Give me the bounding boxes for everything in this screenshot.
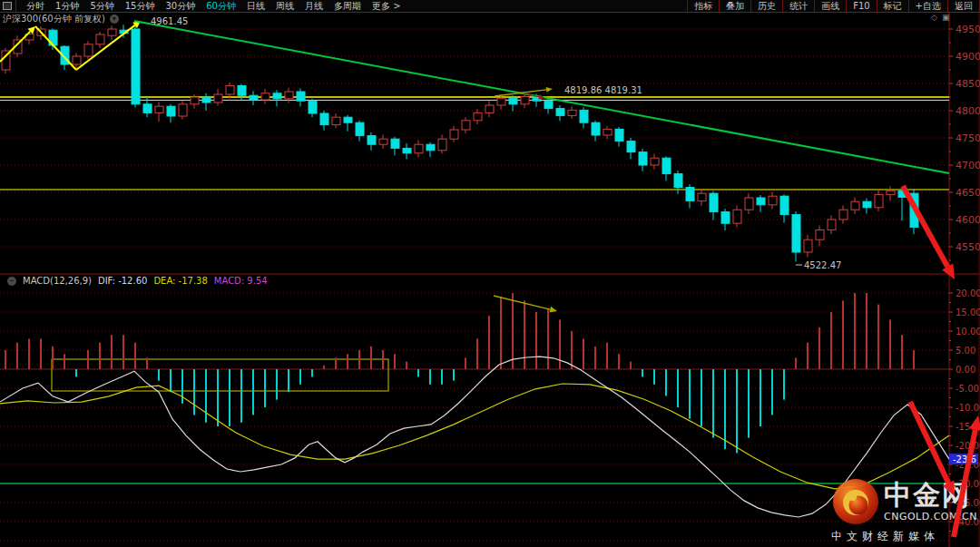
- panel-frame: [0, 0, 980, 547]
- diamond-icon[interactable]: ◇: [931, 13, 937, 22]
- svg-text:4819.86 4819.31: 4819.86 4819.31: [564, 85, 642, 95]
- period-tab[interactable]: 更多 >: [367, 0, 407, 12]
- corner-icons: ◇▣: [931, 13, 949, 22]
- svg-text:-15.00: -15.00: [956, 422, 980, 432]
- axis-badge: -23.6: [949, 454, 978, 464]
- period-tab[interactable]: 5分钟: [84, 0, 119, 12]
- dea-value: DEA: -17.38: [153, 276, 207, 286]
- period-tab[interactable]: 月线: [299, 0, 328, 12]
- svg-text:4650: 4650: [956, 187, 980, 199]
- collapse-icon[interactable]: −: [7, 277, 16, 286]
- dea-line: [0, 384, 949, 489]
- macd-params-label: MACD(12,26,9): [23, 276, 92, 286]
- macd-value: MACD: 9.54: [214, 276, 268, 286]
- cngold-logo-icon: [831, 477, 880, 526]
- svg-text:15.00: 15.00: [956, 308, 980, 317]
- tool-buttons: 指标叠加历史统计画线F10标记+自选返回: [687, 0, 980, 12]
- svg-text:4600: 4600: [956, 214, 980, 226]
- watermark-url: CNGOLD.COM.CN: [884, 511, 977, 523]
- watermark-title: 中金网: [884, 481, 977, 510]
- period-tab[interactable]: 60分钟: [201, 0, 241, 12]
- period-tab[interactable]: 15分钟: [120, 0, 161, 12]
- svg-text:20.00: 20.00: [956, 288, 980, 298]
- svg-text:10.00: 10.00: [956, 327, 980, 337]
- trading-app-window: 49504900485048004750470046504600455020.0…: [0, 0, 980, 547]
- period-tab[interactable]: 日线: [241, 0, 270, 12]
- svg-text:-20.00: -20.00: [956, 441, 980, 451]
- symbol-selector[interactable]: 沪深300(60分钟 前复权) ▾: [3, 13, 119, 25]
- svg-text:4550: 4550: [956, 241, 980, 253]
- svg-text:4900: 4900: [956, 51, 980, 63]
- alert-lines[interactable]: [0, 97, 949, 484]
- svg-text:5.00: 5.00: [956, 346, 975, 356]
- dif-line: [0, 357, 949, 517]
- layout-icon[interactable]: ▣: [942, 13, 950, 22]
- watermark: 中金网 CNGOLD.COM.CN 中文财经新媒体: [831, 477, 980, 544]
- svg-text:4750: 4750: [956, 132, 980, 144]
- period-tabs: 分时1分钟5分钟15分钟30分钟60分钟日线周线月线多周期更多 >: [0, 0, 407, 12]
- yellow-box-drawing[interactable]: [52, 359, 388, 391]
- watermark-subtitle: 中文财经新媒体: [831, 529, 980, 544]
- svg-text:4522.47: 4522.47: [804, 260, 841, 270]
- svg-text:4700: 4700: [956, 160, 980, 171]
- period-tab[interactable]: 分时: [21, 0, 50, 12]
- svg-text:-5.00: -5.00: [956, 384, 979, 394]
- dif-value: DIF: -12.60: [98, 276, 147, 286]
- svg-text:0.00: 0.00: [956, 365, 975, 375]
- top-toolbar: 分时1分钟5分钟15分钟30分钟60分钟日线周线月线多周期更多 > 指标叠加历史…: [0, 0, 980, 13]
- toolbar-button[interactable]: 画线: [814, 0, 846, 12]
- toolbar-button[interactable]: +自选: [908, 0, 947, 12]
- svg-text:4950: 4950: [956, 24, 980, 35]
- price-axis: 495049004850480047504700465046004550: [949, 24, 980, 260]
- period-tab[interactable]: 1分钟: [50, 0, 84, 12]
- chart-canvas: 49504900485048004750470046504600455020.0…: [0, 0, 980, 547]
- period-tab[interactable]: 周线: [270, 0, 299, 12]
- svg-text:4961.45: 4961.45: [151, 16, 188, 26]
- svg-text:-23.6: -23.6: [953, 454, 976, 464]
- symbol-label: 沪深300(60分钟 前复权): [3, 13, 105, 25]
- window-icon[interactable]: [3, 2, 12, 10]
- toolbar-button[interactable]: 历史: [750, 0, 782, 12]
- svg-text:4800: 4800: [956, 105, 980, 117]
- chevron-down-icon[interactable]: ▾: [110, 15, 119, 24]
- toolbar-button[interactable]: F10: [846, 0, 876, 12]
- macd-histogram: [5, 293, 915, 453]
- toolbar-divider: [15, 0, 16, 12]
- toolbar-button[interactable]: 标记: [877, 0, 908, 12]
- price-labels: 4961.454819.86 4819.314522.47: [151, 16, 841, 270]
- svg-text:4850: 4850: [956, 78, 980, 90]
- svg-text:-10.00: -10.00: [956, 403, 980, 413]
- toolbar-button[interactable]: 返回: [947, 0, 980, 12]
- toolbar-button[interactable]: 统计: [782, 0, 814, 12]
- toolbar-button[interactable]: 叠加: [719, 0, 750, 12]
- small-arrows[interactable]: [494, 87, 557, 313]
- toolbar-button[interactable]: 指标: [687, 0, 719, 12]
- period-tab[interactable]: 多周期: [328, 0, 367, 12]
- period-tab[interactable]: 30分钟: [160, 0, 201, 12]
- macd-indicator-header: − MACD(12,26,9) DIF: -12.60 DEA: -17.38 …: [3, 276, 268, 286]
